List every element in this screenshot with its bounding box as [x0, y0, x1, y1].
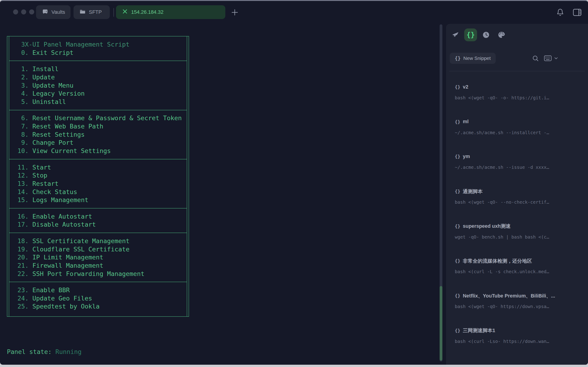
menu-item: 16.Enable Autostart — [17, 212, 187, 221]
menu-item: 7.Reset Web Base Path — [17, 122, 187, 131]
tab-divider — [113, 8, 114, 17]
tab-label: SFTP — [89, 9, 102, 15]
braces-icon: {} — [455, 119, 460, 124]
new-tab-button[interactable] — [231, 8, 239, 17]
snippet-item[interactable]: {}v2 bash <(wget -qO- -o- https://git.i… — [446, 76, 588, 111]
braces-icon: {} — [455, 224, 460, 228]
vault-icon — [42, 8, 48, 16]
folder-icon — [79, 8, 86, 16]
terminal-menu-title: 3X-UI Panel Management Script — [17, 40, 187, 49]
tab-label: Vaults — [52, 9, 65, 15]
snippet-command: bash <(curl -Lso- https://down.wan… — [455, 339, 583, 345]
panel-status-block: Panel state:Running Start automatically:… — [7, 331, 96, 365]
menu-item: 24.Update Geo Files — [17, 294, 187, 302]
braces-icon: {} — [455, 189, 460, 194]
layout-panel-icon[interactable] — [573, 8, 582, 17]
snippet-item[interactable]: {}通测脚本 bash <(wget -qO- --no-check-certi… — [446, 181, 588, 216]
window-zoom-button[interactable] — [29, 9, 34, 15]
menu-item: 25.Speedtest by Ookla — [17, 302, 187, 311]
snippet-command: ~/.acme.sh/acme.sh --installcert -… — [455, 130, 583, 136]
snippet-command: bash <(wget -qO- -o- https://git.i… — [455, 95, 583, 101]
menu-item: 21.Firewall Management — [17, 261, 187, 270]
menu-item: 17.Disable Autostart — [17, 220, 187, 229]
menu-separator — [17, 204, 187, 212]
snippet-command: bash <(curl -L -s check.unlock.med… — [455, 269, 583, 275]
terminal-menu-box: 3X-UI Panel Management Script 0.Exit Scr… — [7, 36, 189, 317]
terminal-scrollbar-thumb[interactable] — [440, 286, 442, 361]
menu-item: 6.Reset Username & Password & Secret Tok… — [17, 114, 187, 122]
menu-item: 10.View Current Settings — [17, 147, 187, 155]
history-clock-icon[interactable] — [480, 28, 493, 41]
window-minimize-button[interactable] — [21, 9, 26, 15]
search-icon[interactable] — [532, 55, 539, 62]
title-bar: Vaults SFTP 154.26.184.32 — [0, 1, 588, 24]
menu-item: 9.Change Port — [17, 139, 187, 147]
new-snippet-label: New Snippet — [463, 56, 491, 61]
sidebar-separator — [449, 71, 585, 71]
braces-icon: {} — [455, 259, 460, 263]
braces-icon: {} — [455, 328, 460, 333]
snippet-item[interactable]: {}三网测速脚本1 bash <(curl -Lso- https://down… — [446, 320, 588, 355]
menu-separator — [17, 278, 187, 286]
terminal-scrollbar[interactable] — [440, 24, 442, 361]
menu-item: 2.Update — [17, 73, 187, 81]
menu-item: 3.Update Menu — [17, 81, 187, 90]
tab-sftp[interactable]: SFTP — [73, 5, 110, 19]
menu-separator — [17, 155, 187, 163]
menu-item: 14.Check Status — [17, 188, 187, 196]
snippets-sidebar: {} {} New Snippet — [446, 24, 588, 365]
menu-item: 11.Start — [17, 163, 187, 172]
status-line: Panel state:Running — [7, 348, 96, 356]
menu-item: 20.IP Limit Management — [17, 253, 187, 261]
app-window: Vaults SFTP 154.26.184.32 — [0, 0, 588, 365]
menu-item: 12.Stop — [17, 171, 187, 180]
snippet-item[interactable]: {}Netflix、YouTube Premium、BiliBili、... b… — [446, 285, 588, 320]
tab-label: 154.26.184.32 — [131, 9, 164, 15]
menu-item: 15.Logs Management — [17, 196, 187, 204]
snippet-item[interactable]: {}superspeed uxh测速 wget -qO- bench.sh | … — [446, 216, 588, 250]
snippet-command: bash <(wget -qO- https://down.vpsa… — [455, 304, 583, 310]
chevron-down-icon[interactable] — [553, 56, 559, 61]
snippet-item[interactable]: {}非常全的流媒体检测，还分地区 bash <(curl -L -s check… — [446, 250, 588, 285]
braces-icon: {} — [455, 85, 460, 89]
braces-icon: {} — [455, 293, 460, 298]
menu-separator — [17, 57, 187, 65]
snippet-item[interactable]: {}ym ~/.acme.sh/acme.sh --issue -d xxxx… — [446, 146, 588, 181]
menu-item: 4.Legacy Version — [17, 90, 187, 98]
tab-active-host[interactable]: 154.26.184.32 — [116, 5, 225, 19]
menu-item: 13.Restart — [17, 180, 187, 188]
braces-icon: {} — [455, 56, 460, 61]
braces-icon: {} — [455, 154, 460, 159]
keyboard-icon[interactable] — [544, 55, 552, 62]
menu-separator — [17, 229, 187, 237]
window-close-button[interactable] — [13, 9, 18, 15]
menu-item: 18.SSL Certificate Management — [17, 237, 187, 245]
close-icon[interactable] — [122, 8, 128, 16]
snippets-braces-icon[interactable]: {} — [464, 28, 477, 41]
menu-item: 1.Install — [17, 65, 187, 73]
paper-plane-icon[interactable] — [449, 28, 462, 41]
snippet-command: bash <(wget -qO- --no-check-certif… — [455, 200, 583, 206]
snippet-list: {}v2 bash <(wget -qO- -o- https://git.i…… — [446, 76, 588, 355]
menu-item: 23.Enable BBR — [17, 286, 187, 294]
snippet-command: wget -qO- bench.sh | bash bash <(c… — [455, 234, 583, 240]
snippet-command: ~/.acme.sh/acme.sh --issue -d xxxx… — [455, 165, 583, 171]
menu-item: 19.Cloudflare SSL Certificate — [17, 245, 187, 253]
snippet-item[interactable]: {}ml ~/.acme.sh/acme.sh --installcert -… — [446, 111, 588, 146]
new-snippet-button[interactable]: {} New Snippet — [450, 53, 496, 64]
menu-item: 8.Reset Settings — [17, 131, 187, 139]
palette-icon[interactable] — [495, 28, 508, 41]
menu-item: 22.SSH Port Forwarding Management — [17, 270, 187, 278]
sidebar-icon-tabs: {} — [449, 28, 508, 41]
bell-icon[interactable] — [556, 8, 564, 17]
menu-separator — [17, 106, 187, 114]
menu-item: 5.Uninstall — [17, 98, 187, 106]
menu-item-exit: 0.Exit Script — [17, 49, 187, 57]
tab-vaults[interactable]: Vaults — [36, 5, 70, 19]
